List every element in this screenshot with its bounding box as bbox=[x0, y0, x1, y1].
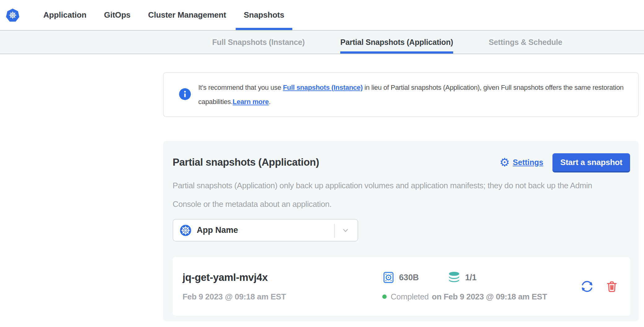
panel-description: Partial snapshots (Application) only bac… bbox=[173, 176, 615, 213]
partial-snapshots-panel: Partial snapshots (Application) ⚙ Settin… bbox=[163, 141, 639, 321]
snapshot-actions bbox=[580, 279, 618, 294]
panel-header-actions: ⚙ Settings Start a snapshot bbox=[500, 153, 630, 171]
info-banner-text: It’s recommend that you use Full snapsho… bbox=[198, 81, 631, 109]
snapshot-row: jq-get-yaml-mvj4x Feb 9 2023 @ 09:18 am … bbox=[173, 257, 630, 316]
snapshot-finished-date: on Feb 9 2023 @ 09:18 am EST bbox=[432, 291, 547, 302]
learn-more-link[interactable]: Learn more bbox=[233, 98, 269, 106]
snapshot-meta: 630B 1/1 bbox=[382, 271, 547, 302]
kubernetes-icon bbox=[6, 8, 20, 22]
nav-item-gitops[interactable]: GitOps bbox=[96, 0, 138, 30]
admin-console: Application GitOps Cluster Management Sn… bbox=[0, 0, 644, 327]
main-content: It’s recommend that you use Full snapsho… bbox=[0, 54, 644, 321]
top-nav: Application GitOps Cluster Management Sn… bbox=[0, 0, 644, 30]
restore-icon bbox=[580, 279, 594, 294]
snapshot-created-date: Feb 9 2023 @ 09:18 am EST bbox=[182, 291, 382, 302]
snapshot-status: Completed bbox=[391, 291, 429, 302]
snapshot-status-row: Completed on Feb 9 2023 @ 09:18 am EST bbox=[382, 291, 547, 302]
snapshot-volumes: 1/1 bbox=[447, 271, 477, 284]
database-icon bbox=[447, 271, 461, 284]
full-snapshots-link[interactable]: Full snapshots (Instance) bbox=[283, 84, 363, 91]
status-dot-completed bbox=[382, 294, 387, 299]
panel-header: Partial snapshots (Application) ⚙ Settin… bbox=[173, 153, 630, 171]
nav-item-cluster-management[interactable]: Cluster Management bbox=[140, 0, 234, 30]
app-selector-value: App Name bbox=[197, 225, 238, 235]
snapshot-volumes-value: 1/1 bbox=[465, 273, 477, 282]
snapshot-stats: 630B 1/1 bbox=[382, 271, 547, 284]
chevron-down-icon bbox=[341, 226, 350, 235]
tab-full-snapshots[interactable]: Full Snapshots (Instance) bbox=[212, 31, 305, 54]
nav-item-application[interactable]: Application bbox=[35, 0, 94, 30]
info-text-after: . bbox=[269, 98, 271, 106]
app-kubernetes-icon bbox=[180, 225, 191, 236]
tab-settings-schedule[interactable]: Settings & Schedule bbox=[489, 31, 562, 54]
tab-partial-snapshots[interactable]: Partial Snapshots (Application) bbox=[340, 31, 453, 54]
storage-disk-icon bbox=[382, 271, 395, 284]
snapshot-identity: jq-get-yaml-mvj4x Feb 9 2023 @ 09:18 am … bbox=[182, 271, 382, 302]
snapshots-tabbar: Full Snapshots (Instance) Partial Snapsh… bbox=[0, 30, 644, 54]
info-banner: It’s recommend that you use Full snapsho… bbox=[163, 72, 639, 117]
snapshot-settings-link[interactable]: ⚙ Settings bbox=[500, 157, 543, 168]
info-icon bbox=[179, 88, 191, 101]
app-name-selector[interactable]: App Name bbox=[173, 219, 358, 242]
info-text-before: It’s recommend that you use bbox=[198, 84, 283, 91]
gear-icon: ⚙ bbox=[500, 157, 510, 168]
kubernetes-logo bbox=[6, 0, 20, 30]
restore-snapshot-button[interactable] bbox=[580, 279, 594, 294]
panel-title: Partial snapshots (Application) bbox=[173, 156, 319, 168]
snapshot-name: jq-get-yaml-mvj4x bbox=[182, 271, 382, 284]
trash-icon bbox=[605, 280, 618, 293]
nav-item-snapshots[interactable]: Snapshots bbox=[236, 0, 292, 30]
start-snapshot-button[interactable]: Start a snapshot bbox=[552, 153, 630, 171]
snapshot-size: 630B bbox=[382, 271, 419, 284]
selector-divider bbox=[334, 224, 335, 238]
delete-snapshot-button[interactable] bbox=[605, 280, 618, 293]
snapshot-size-value: 630B bbox=[399, 273, 419, 282]
primary-nav: Application GitOps Cluster Management Sn… bbox=[35, 0, 294, 30]
settings-label: Settings bbox=[513, 158, 543, 167]
